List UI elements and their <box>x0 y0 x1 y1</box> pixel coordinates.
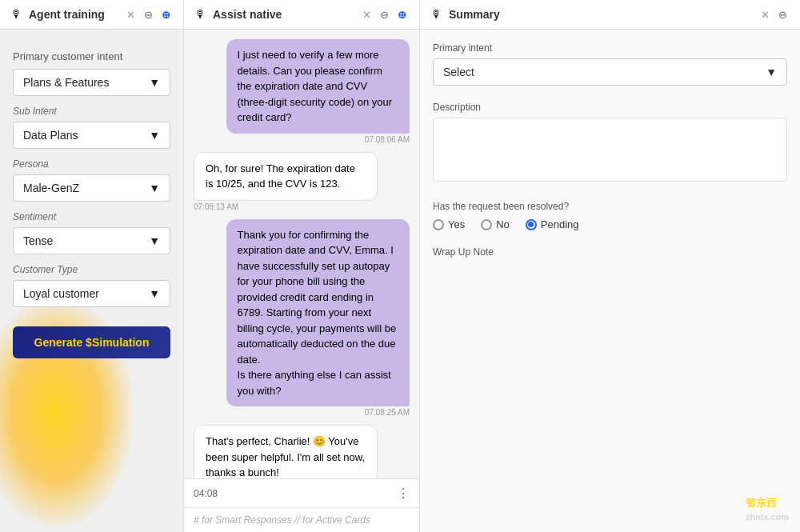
persona-dropdown[interactable]: Male-GenZ ▼ <box>13 174 170 202</box>
assist-native-panel: 🎙 Assist native ✕ ⊖ ⊕ I just need to ver… <box>184 0 420 532</box>
radio-no-label: No <box>496 218 510 230</box>
input-hint: # for Smart Responses // for Active Card… <box>194 514 370 526</box>
message-3-bubble: Thank you for confirming the expiration … <box>226 219 410 407</box>
sub-intent-label: Sub Intent <box>13 106 170 117</box>
assist-native-header: 🎙 Assist native ✕ ⊖ ⊕ <box>184 0 419 30</box>
data-plans-arrow: ▼ <box>149 129 160 142</box>
primary-intent-select-value: Select <box>443 66 474 78</box>
message-2-text: Oh, for sure! The expiration date is 10/… <box>206 162 355 190</box>
message-4-text: That's perfect, Charlie! 😊 You've been s… <box>206 435 365 478</box>
header-icons: ✕ ⊖ ⊕ <box>124 8 172 21</box>
persona-value: Male-GenZ <box>23 182 79 194</box>
message-2-wrapper: Oh, for sure! The expiration date is 10/… <box>194 152 410 211</box>
chat-input-placeholder[interactable]: # for Smart Responses // for Active Card… <box>184 507 419 532</box>
select-arrow-icon: ▼ <box>766 66 777 78</box>
chat-footer: 04:08 ⋮ <box>184 478 419 507</box>
middle-minimize-icon[interactable]: ⊖ <box>378 8 390 21</box>
data-plans-value: Data Plans <box>23 129 78 142</box>
mic-icon: 🎙 <box>11 8 22 21</box>
message-1-time: 07:08:06 AM <box>365 135 410 144</box>
description-textarea[interactable] <box>433 118 787 182</box>
mic-icon-right: 🎙 <box>431 8 442 21</box>
watermark-chinese: 智东西 <box>746 497 777 509</box>
wrap-up-label: Wrap Up Note <box>433 246 787 258</box>
message-4-bubble: That's perfect, Charlie! 😊 You've been s… <box>194 425 378 478</box>
data-plans-dropdown[interactable]: Data Plans ▼ <box>13 122 170 149</box>
agent-training-title: Agent training <box>29 8 118 21</box>
description-field-label: Description <box>433 102 787 113</box>
customer-type-arrow: ▼ <box>149 287 160 300</box>
middle-close-icon[interactable]: ✕ <box>360 8 373 21</box>
close-icon[interactable]: ✕ <box>124 8 137 21</box>
right-header-icons: ✕ ⊖ <box>758 8 789 21</box>
primary-intent-field-label: Primary intent <box>433 42 787 54</box>
summary-content: Primary intent Select ▼ Description Has … <box>420 30 800 532</box>
summary-header: 🎙 Summary ✕ ⊖ <box>420 0 800 30</box>
message-1-bubble: I just need to verify a few more details… <box>226 39 410 134</box>
message-1-text: I just need to verify a few more details… <box>238 49 393 123</box>
sentiment-label: Sentiment <box>13 211 170 222</box>
middle-header-icons: ✕ ⊖ ⊕ <box>360 8 408 21</box>
generate-simulation-button[interactable]: Generate $Simulation <box>13 326 170 358</box>
chat-timer: 04:08 <box>194 488 218 499</box>
watermark-url: zhidx.com <box>746 512 789 522</box>
summary-title: Summary <box>449 8 752 21</box>
primary-intent-select[interactable]: Select ▼ <box>433 58 787 86</box>
message-3-time: 07:08:25 AM <box>365 408 410 417</box>
message-2-bubble: Oh, for sure! The expiration date is 10/… <box>194 152 378 201</box>
radio-yes-circle <box>433 219 444 230</box>
message-2-time: 07:08:13 AM <box>194 202 238 211</box>
radio-pending-circle <box>526 219 537 230</box>
radio-no[interactable]: No <box>481 218 510 230</box>
chat-menu-icon[interactable]: ⋮ <box>397 486 410 501</box>
tense-arrow: ▼ <box>149 234 160 247</box>
radio-group: Yes No Pending <box>433 218 787 230</box>
message-3-text: Thank you for confirming the expiration … <box>238 229 397 397</box>
customer-type-label: Customer Type <box>13 264 170 275</box>
agent-training-header: 🎙 Agent training ✕ ⊖ ⊕ <box>0 0 183 30</box>
customer-type-value: Loyal customer <box>23 287 99 300</box>
watermark: 智东西 zhidx.com <box>746 496 789 522</box>
tense-value: Tense <box>23 234 53 247</box>
assist-native-title: Assist native <box>213 8 354 21</box>
radio-no-circle <box>481 219 492 230</box>
primary-intent-section: Primary intent Select ▼ <box>433 42 787 86</box>
radio-yes-label: Yes <box>448 218 465 230</box>
right-minimize-icon[interactable]: ⊖ <box>776 8 789 21</box>
tense-dropdown[interactable]: Tense ▼ <box>13 227 170 254</box>
message-1-wrapper: I just need to verify a few more details… <box>194 39 410 144</box>
minimize-icon[interactable]: ⊖ <box>142 8 154 21</box>
agent-training-panel: 🎙 Agent training ✕ ⊖ ⊕ Primary customer … <box>0 0 184 532</box>
summary-panel: 🎙 Summary ✕ ⊖ Primary intent Select ▼ De… <box>420 0 800 532</box>
chat-area: I just need to verify a few more details… <box>184 30 419 478</box>
plans-features-arrow: ▼ <box>149 76 160 89</box>
message-3-wrapper: Thank you for confirming the expiration … <box>194 219 410 418</box>
plans-features-value: Plans & Features <box>23 76 109 89</box>
description-section: Description <box>433 102 787 185</box>
primary-intent-label: Primary customer intent <box>13 50 170 62</box>
middle-expand-icon[interactable]: ⊕ <box>395 8 408 21</box>
agent-training-content: Primary customer intent Plans & Features… <box>0 30 183 532</box>
mic-icon-middle: 🎙 <box>195 8 206 21</box>
customer-type-dropdown[interactable]: Loyal customer ▼ <box>13 280 170 307</box>
radio-pending-label: Pending <box>541 218 579 230</box>
right-close-icon[interactable]: ✕ <box>758 8 771 21</box>
message-4-wrapper: That's perfect, Charlie! 😊 You've been s… <box>194 425 410 478</box>
resolution-section: Has the request been resolved? Yes No Pe… <box>433 201 787 230</box>
persona-label: Persona <box>13 158 170 170</box>
resolution-label: Has the request been resolved? <box>433 201 787 212</box>
persona-arrow: ▼ <box>149 182 160 194</box>
expand-icon[interactable]: ⊕ <box>159 8 172 21</box>
radio-yes[interactable]: Yes <box>433 218 465 230</box>
plans-features-dropdown[interactable]: Plans & Features ▼ <box>13 69 170 96</box>
radio-pending[interactable]: Pending <box>526 218 579 230</box>
